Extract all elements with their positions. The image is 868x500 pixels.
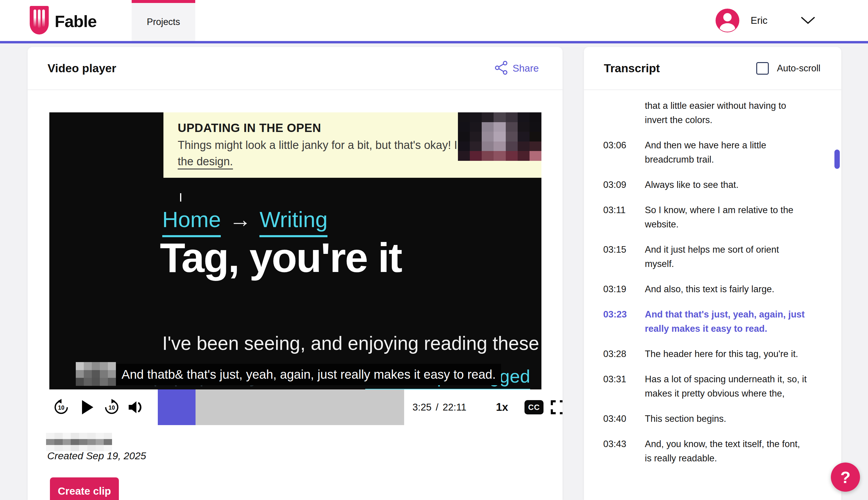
transcript-entry[interactable]: 03:23 And that that's just, yeah, again,… bbox=[603, 307, 841, 336]
video-paragraph: I've been seeing, and enjoying reading t… bbox=[162, 332, 539, 354]
transcript-timestamp[interactable]: 03:11 bbox=[603, 203, 645, 231]
current-time: 3:25 bbox=[413, 401, 431, 413]
brand-name: Fable bbox=[55, 12, 96, 31]
duration: 22:11 bbox=[442, 401, 466, 413]
transcript-text[interactable]: And that that's just, yeah, again, just … bbox=[645, 307, 808, 336]
transcript-text[interactable]: Always like to see that. bbox=[645, 178, 808, 192]
progress-bar[interactable] bbox=[158, 389, 404, 425]
video-breadcrumb-arrow-icon: → bbox=[229, 207, 251, 232]
video-page-heading: Tag, you're it bbox=[160, 234, 402, 282]
transcript-entry[interactable]: 03:28 The header here for this tag, you'… bbox=[603, 347, 841, 361]
help-button[interactable]: ? bbox=[831, 463, 860, 492]
closed-captions-button[interactable]: CC bbox=[524, 400, 544, 414]
video-breadcrumb-writing: Writing bbox=[259, 207, 327, 237]
user-name: Eric bbox=[751, 15, 767, 26]
play-button[interactable] bbox=[81, 400, 93, 414]
transcript-entry[interactable]: 03:31 Has a lot of spacing underneath it… bbox=[603, 372, 841, 401]
transcript-entry[interactable]: that a little easier without having to i… bbox=[603, 99, 841, 127]
transcript-entry[interactable]: 03:11 So I know, where I am relative to … bbox=[603, 203, 841, 231]
transcript-entry[interactable]: 03:43 And, you know, the text itself, th… bbox=[603, 437, 841, 466]
transcript-timestamp[interactable]: 03:19 bbox=[603, 282, 645, 296]
chevron-down-icon[interactable] bbox=[801, 16, 815, 24]
rewind-10-button[interactable]: 10 bbox=[53, 399, 70, 416]
svg-text:10: 10 bbox=[58, 405, 65, 411]
transcript-text[interactable]: So I know, where I am relative to the we… bbox=[645, 203, 808, 231]
transcript-list[interactable]: that a little easier without having to i… bbox=[584, 91, 841, 500]
transcript-title: Transcript bbox=[604, 62, 756, 75]
transcript-timestamp[interactable]: 03:43 bbox=[603, 437, 645, 466]
video-breadcrumb: Home→Writing bbox=[162, 207, 327, 237]
transcript-text[interactable]: And it just helps me sort of orient myse… bbox=[645, 242, 808, 271]
auto-scroll-label: Auto-scroll bbox=[777, 63, 820, 74]
fable-logo-icon bbox=[30, 6, 49, 36]
transcript-entry[interactable]: 03:15 And it just helps me sort of orien… bbox=[603, 242, 841, 271]
transcript-entry[interactable]: 03:40 This section begins. bbox=[603, 412, 841, 426]
video-viewport[interactable]: UPDATING IN THE OPEN Things might look a… bbox=[49, 112, 541, 389]
video-player-panel: Video player Share UPDATING IN THE OPEN … bbox=[28, 47, 563, 500]
transcript-timestamp[interactable]: 03:15 bbox=[603, 242, 645, 271]
transcript-timestamp[interactable]: 03:23 bbox=[603, 307, 645, 336]
user-avatar-icon bbox=[716, 9, 739, 32]
auto-scroll-checkbox[interactable] bbox=[756, 62, 769, 75]
transcript-panel: Transcript Auto-scroll that a little eas… bbox=[584, 47, 841, 500]
create-clip-button[interactable]: Create clip bbox=[50, 477, 119, 500]
svg-text:10: 10 bbox=[108, 405, 115, 411]
fullscreen-button[interactable] bbox=[551, 400, 563, 414]
caption-overlay: And thatb& that's just, yeah, again, jus… bbox=[116, 364, 501, 385]
transcript-timestamp[interactable] bbox=[603, 99, 645, 127]
redacted-video-region bbox=[76, 362, 116, 386]
transcript-text[interactable]: And then we have here a little breadcrum… bbox=[645, 138, 808, 167]
user-menu[interactable]: Eric bbox=[716, 0, 815, 41]
transcript-scrollbar-thumb[interactable] bbox=[834, 149, 840, 169]
transcript-text[interactable]: And also, this text is fairly large. bbox=[645, 282, 808, 296]
webcam-overlay bbox=[458, 112, 541, 161]
transcript-entry[interactable]: 03:06 And then we have here a little bre… bbox=[603, 138, 841, 167]
auto-scroll-toggle[interactable]: Auto-scroll bbox=[756, 62, 820, 75]
video-text-cursor bbox=[180, 193, 181, 202]
transcript-text[interactable]: This section begins. bbox=[645, 412, 808, 426]
share-icon bbox=[495, 61, 508, 76]
video-panel-header: Video player Share bbox=[28, 47, 563, 90]
video-banner-link: the design. bbox=[178, 155, 233, 169]
transcript-header: Transcript Auto-scroll bbox=[584, 47, 841, 90]
transcript-timestamp[interactable]: 03:31 bbox=[603, 372, 645, 401]
transcript-timestamp[interactable]: 03:06 bbox=[603, 138, 645, 167]
video-breadcrumb-home: Home bbox=[162, 207, 221, 237]
transcript-text[interactable]: And, you know, the text itself, the font… bbox=[645, 437, 808, 466]
progress-fill bbox=[158, 389, 196, 425]
transcript-timestamp[interactable]: 03:40 bbox=[603, 412, 645, 426]
share-label: Share bbox=[513, 63, 539, 74]
transcript-timestamp[interactable]: 03:09 bbox=[603, 178, 645, 192]
page-title: Video player bbox=[48, 62, 495, 75]
tab-projects[interactable]: Projects bbox=[132, 0, 195, 41]
forward-10-button[interactable]: 10 bbox=[103, 399, 120, 416]
transcript-timestamp[interactable]: 03:28 bbox=[603, 347, 645, 361]
app-header: Fable Projects Eric bbox=[0, 0, 868, 43]
created-date: Created Sep 19, 2025 bbox=[47, 450, 146, 462]
redacted-video-title bbox=[46, 433, 112, 451]
volume-button[interactable] bbox=[128, 400, 143, 414]
transcript-text[interactable]: The header here for this tag, you're it. bbox=[645, 347, 808, 361]
time-display: 3:25 / 22:11 bbox=[413, 389, 466, 425]
transcript-text[interactable]: Has a lot of spacing underneath it, so, … bbox=[645, 372, 808, 401]
share-button[interactable]: Share bbox=[495, 61, 539, 76]
playback-speed-button[interactable]: 1x bbox=[496, 389, 508, 425]
transcript-text[interactable]: that a little easier without having to i… bbox=[645, 99, 808, 127]
time-separator: / bbox=[436, 401, 438, 413]
tab-projects-label: Projects bbox=[147, 16, 180, 27]
player-controls: 10 10 3:25 / 22 bbox=[28, 389, 563, 425]
fable-logo[interactable]: Fable bbox=[30, 6, 96, 36]
transcript-entry[interactable]: 03:09 Always like to see that. bbox=[603, 178, 841, 192]
transcript-entry[interactable]: 03:19 And also, this text is fairly larg… bbox=[603, 282, 841, 296]
